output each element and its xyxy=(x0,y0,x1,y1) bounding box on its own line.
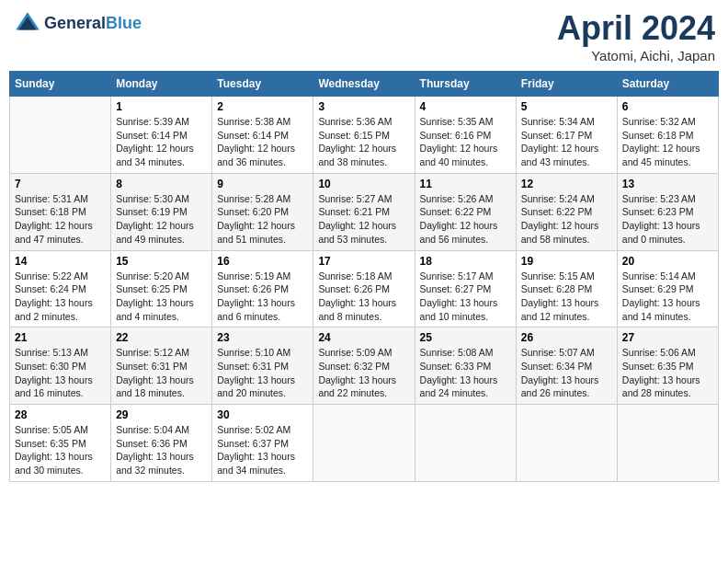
day-number: 24 xyxy=(318,331,409,344)
day-info: Sunrise: 5:24 AM Sunset: 6:22 PM Dayligh… xyxy=(521,192,612,247)
day-info: Sunrise: 5:28 AM Sunset: 6:20 PM Dayligh… xyxy=(217,192,308,247)
week-row-0: 1Sunrise: 5:39 AM Sunset: 6:14 PM Daylig… xyxy=(10,97,719,174)
calendar-cell: 26Sunrise: 5:07 AM Sunset: 6:34 PM Dayli… xyxy=(516,327,617,405)
day-number: 2 xyxy=(217,100,308,113)
day-info: Sunrise: 5:13 AM Sunset: 6:30 PM Dayligh… xyxy=(15,346,106,400)
day-info: Sunrise: 5:04 AM Sunset: 6:36 PM Dayligh… xyxy=(116,423,207,477)
day-number: 8 xyxy=(116,178,207,190)
day-info: Sunrise: 5:30 AM Sunset: 6:19 PM Dayligh… xyxy=(116,192,207,247)
day-number: 28 xyxy=(15,408,106,421)
day-number: 17 xyxy=(318,255,409,268)
calendar-cell: 1Sunrise: 5:39 AM Sunset: 6:14 PM Daylig… xyxy=(111,97,212,174)
calendar-cell: 19Sunrise: 5:15 AM Sunset: 6:28 PM Dayli… xyxy=(516,250,617,327)
weekday-header-row: SundayMondayTuesdayWednesdayThursdayFrid… xyxy=(10,72,719,97)
day-info: Sunrise: 5:17 AM Sunset: 6:27 PM Dayligh… xyxy=(420,270,511,324)
day-info: Sunrise: 5:07 AM Sunset: 6:34 PM Dayligh… xyxy=(521,346,612,400)
day-number: 14 xyxy=(15,255,106,268)
logo: GeneralBlue xyxy=(13,9,142,39)
calendar-cell xyxy=(313,405,415,482)
calendar-cell: 14Sunrise: 5:22 AM Sunset: 6:24 PM Dayli… xyxy=(10,250,111,327)
day-info: Sunrise: 5:14 AM Sunset: 6:29 PM Dayligh… xyxy=(622,270,713,324)
day-info: Sunrise: 5:36 AM Sunset: 6:15 PM Dayligh… xyxy=(318,115,409,169)
calendar-cell: 8Sunrise: 5:30 AM Sunset: 6:19 PM Daylig… xyxy=(111,173,212,250)
calendar-cell xyxy=(617,405,718,482)
weekday-header-friday: Friday xyxy=(516,72,617,97)
day-number: 16 xyxy=(217,255,308,268)
location: Yatomi, Aichi, Japan xyxy=(557,48,715,63)
day-number: 13 xyxy=(622,178,713,190)
month-title: April 2024 xyxy=(557,9,715,48)
day-info: Sunrise: 5:20 AM Sunset: 6:25 PM Dayligh… xyxy=(116,270,207,324)
day-number: 9 xyxy=(217,178,308,190)
calendar-cell: 7Sunrise: 5:31 AM Sunset: 6:18 PM Daylig… xyxy=(10,173,111,250)
calendar-cell: 18Sunrise: 5:17 AM Sunset: 6:27 PM Dayli… xyxy=(415,250,516,327)
week-row-1: 7Sunrise: 5:31 AM Sunset: 6:18 PM Daylig… xyxy=(10,173,719,250)
day-number: 20 xyxy=(622,255,713,268)
day-info: Sunrise: 5:23 AM Sunset: 6:23 PM Dayligh… xyxy=(622,192,713,247)
day-number: 12 xyxy=(521,178,612,190)
calendar-cell: 28Sunrise: 5:05 AM Sunset: 6:35 PM Dayli… xyxy=(10,405,111,482)
calendar-cell: 17Sunrise: 5:18 AM Sunset: 6:26 PM Dayli… xyxy=(313,250,415,327)
logo-general: General xyxy=(44,14,106,32)
day-info: Sunrise: 5:39 AM Sunset: 6:14 PM Dayligh… xyxy=(116,115,207,169)
day-number: 3 xyxy=(318,100,409,113)
calendar-table: SundayMondayTuesdayWednesdayThursdayFrid… xyxy=(9,71,719,482)
day-info: Sunrise: 5:05 AM Sunset: 6:35 PM Dayligh… xyxy=(15,423,106,477)
day-info: Sunrise: 5:38 AM Sunset: 6:14 PM Dayligh… xyxy=(217,115,308,169)
calendar-cell xyxy=(516,405,617,482)
calendar-cell: 15Sunrise: 5:20 AM Sunset: 6:25 PM Dayli… xyxy=(111,250,212,327)
logo-text: GeneralBlue xyxy=(44,15,142,33)
day-info: Sunrise: 5:34 AM Sunset: 6:17 PM Dayligh… xyxy=(521,115,612,169)
day-number: 29 xyxy=(116,408,207,421)
calendar-cell: 24Sunrise: 5:09 AM Sunset: 6:32 PM Dayli… xyxy=(313,327,415,405)
calendar-cell: 2Sunrise: 5:38 AM Sunset: 6:14 PM Daylig… xyxy=(212,97,313,174)
weekday-header-wednesday: Wednesday xyxy=(313,72,415,97)
day-info: Sunrise: 5:26 AM Sunset: 6:22 PM Dayligh… xyxy=(420,192,511,247)
day-number: 19 xyxy=(521,255,612,268)
logo-icon xyxy=(13,9,42,39)
calendar-cell: 30Sunrise: 5:02 AM Sunset: 6:37 PM Dayli… xyxy=(212,405,313,482)
weekday-header-tuesday: Tuesday xyxy=(212,72,313,97)
calendar-cell: 21Sunrise: 5:13 AM Sunset: 6:30 PM Dayli… xyxy=(10,327,111,405)
day-info: Sunrise: 5:15 AM Sunset: 6:28 PM Dayligh… xyxy=(521,270,612,324)
day-info: Sunrise: 5:35 AM Sunset: 6:16 PM Dayligh… xyxy=(420,115,511,169)
calendar-cell: 5Sunrise: 5:34 AM Sunset: 6:17 PM Daylig… xyxy=(516,97,617,174)
calendar-cell: 6Sunrise: 5:32 AM Sunset: 6:18 PM Daylig… xyxy=(617,97,718,174)
day-info: Sunrise: 5:02 AM Sunset: 6:37 PM Dayligh… xyxy=(217,423,308,477)
title-block: April 2024 Yatomi, Aichi, Japan xyxy=(557,9,715,63)
day-number: 21 xyxy=(15,331,106,344)
day-info: Sunrise: 5:19 AM Sunset: 6:26 PM Dayligh… xyxy=(217,270,308,324)
calendar-cell: 13Sunrise: 5:23 AM Sunset: 6:23 PM Dayli… xyxy=(617,173,718,250)
page-header: GeneralBlue April 2024 Yatomi, Aichi, Ja… xyxy=(9,9,719,63)
day-number: 30 xyxy=(217,408,308,421)
day-number: 4 xyxy=(420,100,511,113)
day-info: Sunrise: 5:32 AM Sunset: 6:18 PM Dayligh… xyxy=(622,115,713,169)
calendar-cell: 11Sunrise: 5:26 AM Sunset: 6:22 PM Dayli… xyxy=(415,173,516,250)
day-number: 18 xyxy=(420,255,511,268)
day-info: Sunrise: 5:27 AM Sunset: 6:21 PM Dayligh… xyxy=(318,192,409,247)
calendar-cell: 25Sunrise: 5:08 AM Sunset: 6:33 PM Dayli… xyxy=(415,327,516,405)
weekday-header-monday: Monday xyxy=(111,72,212,97)
day-number: 1 xyxy=(116,100,207,113)
day-number: 25 xyxy=(420,331,511,344)
calendar-cell: 20Sunrise: 5:14 AM Sunset: 6:29 PM Dayli… xyxy=(617,250,718,327)
day-number: 22 xyxy=(116,331,207,344)
day-number: 15 xyxy=(116,255,207,268)
logo-blue: Blue xyxy=(106,14,142,32)
day-info: Sunrise: 5:18 AM Sunset: 6:26 PM Dayligh… xyxy=(318,270,409,324)
calendar-cell: 12Sunrise: 5:24 AM Sunset: 6:22 PM Dayli… xyxy=(516,173,617,250)
calendar-cell: 3Sunrise: 5:36 AM Sunset: 6:15 PM Daylig… xyxy=(313,97,415,174)
day-info: Sunrise: 5:10 AM Sunset: 6:31 PM Dayligh… xyxy=(217,346,308,400)
day-info: Sunrise: 5:09 AM Sunset: 6:32 PM Dayligh… xyxy=(318,346,409,400)
day-number: 10 xyxy=(318,178,409,190)
week-row-4: 28Sunrise: 5:05 AM Sunset: 6:35 PM Dayli… xyxy=(10,405,719,482)
calendar-cell: 10Sunrise: 5:27 AM Sunset: 6:21 PM Dayli… xyxy=(313,173,415,250)
day-number: 11 xyxy=(420,178,511,190)
day-info: Sunrise: 5:12 AM Sunset: 6:31 PM Dayligh… xyxy=(116,346,207,400)
day-info: Sunrise: 5:08 AM Sunset: 6:33 PM Dayligh… xyxy=(420,346,511,400)
calendar-cell: 27Sunrise: 5:06 AM Sunset: 6:35 PM Dayli… xyxy=(617,327,718,405)
calendar-cell: 16Sunrise: 5:19 AM Sunset: 6:26 PM Dayli… xyxy=(212,250,313,327)
calendar-cell xyxy=(10,97,111,174)
week-row-2: 14Sunrise: 5:22 AM Sunset: 6:24 PM Dayli… xyxy=(10,250,719,327)
weekday-header-sunday: Sunday xyxy=(10,72,111,97)
